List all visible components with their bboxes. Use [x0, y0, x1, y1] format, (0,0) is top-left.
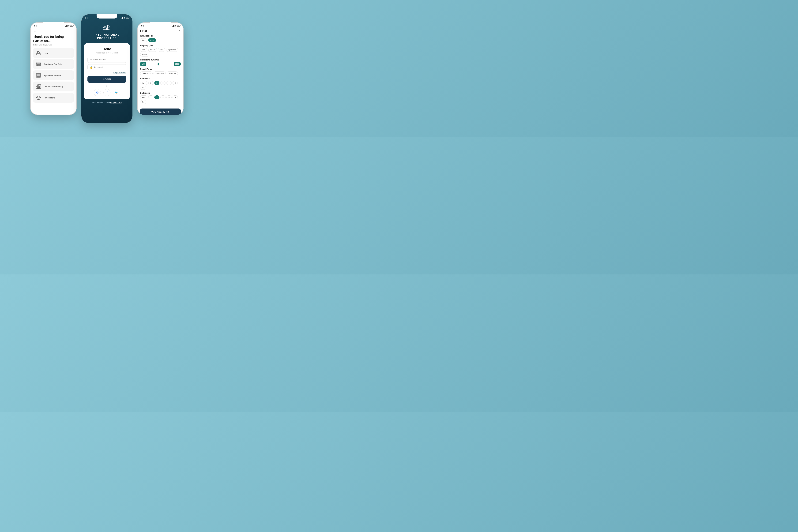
chip-house[interactable]: House [140, 53, 149, 56]
property-type-chips: Any Room Flat Apartment House [140, 48, 180, 56]
svg-rect-11 [38, 65, 39, 65]
svg-rect-29 [37, 87, 37, 87]
password-field-container[interactable]: 🔒 [88, 64, 127, 70]
svg-rect-33 [38, 98, 39, 99]
svg-rect-31 [39, 88, 40, 88]
filter-section-rental-period: Rental Period Short-term Long-term Indef… [140, 68, 180, 75]
svg-rect-34 [37, 97, 38, 98]
or-text: OR [106, 85, 108, 87]
chip-any-bath[interactable]: Any [140, 95, 147, 99]
svg-rect-9 [39, 64, 40, 64]
menu-item-commercial-property[interactable]: Commercial Property [33, 81, 74, 91]
chip-any-bed[interactable]: Any [140, 81, 147, 85]
svg-rect-16 [37, 75, 38, 75]
svg-rect-4 [38, 51, 38, 52]
chip-indefinite[interactable]: Indefinite [167, 72, 178, 75]
chip-short-term[interactable]: Short-term [140, 72, 153, 75]
rental-period-chips: Short-term Long-term Indefinite [140, 72, 180, 75]
svg-rect-12 [39, 65, 40, 65]
house-rent-icon [35, 95, 41, 101]
left-screen-content: ← Thank You for beingPart of us... Selec… [30, 28, 77, 106]
svg-marker-1 [37, 51, 40, 54]
price-range-slider[interactable] [148, 64, 172, 64]
svg-rect-7 [37, 64, 38, 64]
chip-1-bath[interactable]: 1 [148, 95, 153, 99]
menu-item-house-rent[interactable]: House Rent [33, 93, 74, 102]
svg-rect-6 [36, 63, 40, 66]
facebook-login-button[interactable]: f [103, 89, 111, 96]
price-range-title: Price Rang ($/month) [140, 59, 180, 61]
svg-rect-17 [38, 75, 39, 75]
login-button[interactable]: LOGIN [88, 76, 127, 83]
google-login-button[interactable]: G [94, 89, 101, 96]
chip-5plus-bath[interactable]: 5+ [140, 100, 146, 104]
chip-buy[interactable]: Buy [140, 38, 147, 42]
svg-rect-35 [39, 97, 40, 98]
chip-4-bed[interactable]: 4 [167, 81, 172, 85]
signal-icon-left [65, 25, 68, 27]
chip-1-bed[interactable]: 1 [148, 81, 153, 85]
chip-2-bath[interactable]: 2 [154, 95, 159, 99]
chip-3-bath[interactable]: 3 [160, 95, 166, 99]
phone-notch-right [150, 22, 171, 26]
svg-rect-20 [38, 76, 39, 76]
range-thumb[interactable] [157, 63, 160, 65]
battery-icon-center [126, 17, 129, 19]
apartment-for-sale-icon [35, 61, 41, 67]
twitter-login-button[interactable]: 🐦 [113, 89, 120, 96]
land-icon [35, 50, 41, 56]
svg-rect-0 [37, 54, 40, 55]
menu-label-commercial-property: Commercial Property [44, 86, 63, 88]
price-max-badge: 1500 [174, 62, 180, 66]
chip-flat[interactable]: Flat [158, 48, 165, 52]
chip-5plus-bed[interactable]: 5+ [140, 86, 146, 90]
chip-any-property[interactable]: Any [140, 48, 147, 52]
password-input[interactable] [94, 66, 124, 69]
svg-rect-22 [36, 74, 41, 74]
forgot-password-link[interactable]: Forgot Password? [88, 72, 127, 74]
status-icons-center: ⊙ [121, 17, 129, 19]
login-footer: Don't have an account Register Now [81, 99, 132, 107]
menu-item-apartment-rentals[interactable]: Apartment Rentals [33, 70, 74, 80]
chip-5-bed[interactable]: 5 [173, 81, 178, 85]
chip-4-bath[interactable]: 4 [167, 95, 172, 99]
svg-rect-18 [39, 75, 40, 75]
or-divider: OR [88, 85, 127, 87]
email-input[interactable] [93, 59, 124, 61]
chip-rent[interactable]: Rent [148, 38, 156, 42]
social-buttons: G f 🐦 [88, 89, 127, 96]
phone-right: 9:41 ⊖ Filter ✕ I would like to Buy [137, 22, 184, 115]
app-name: INTERNATIONALPROPERTIES [94, 33, 119, 40]
chip-long-term[interactable]: Long-term [154, 72, 166, 75]
battery-icon-right [177, 25, 180, 27]
signal-icon-right [172, 25, 174, 27]
filter-close-button[interactable]: ✕ [178, 29, 180, 33]
footer-text: Don't have an account [92, 102, 110, 104]
filter-section-property-type: Property Type Any Room Flat Apartment Ho… [140, 44, 180, 56]
menu-label-house-rent: House Rent [44, 97, 55, 99]
screen-subtitle-left: Select what do you want [33, 44, 74, 46]
signal-icon-center [121, 17, 124, 19]
screen-title-left: Thank You for beingPart of us... [33, 35, 74, 43]
price-range-control: 100 1500 [140, 62, 180, 66]
app-logo-icon [102, 23, 111, 32]
status-icons-left: ⊖ [65, 25, 73, 27]
menu-item-apartment-for-sale[interactable]: Apartment For Sale [33, 59, 74, 69]
phone-center: 9:41 ⊙ [81, 14, 132, 123]
menu-item-land[interactable]: Land [33, 48, 74, 58]
register-link[interactable]: Register Now [110, 102, 121, 104]
chip-5-bath[interactable]: 5 [173, 95, 178, 99]
email-field-container[interactable]: ✉ [88, 57, 127, 63]
menu-label-apartment-for-sale: Apartment For Sale [44, 63, 62, 65]
svg-rect-26 [39, 85, 40, 86]
chip-2-bed[interactable]: 2 [154, 81, 159, 85]
chip-room[interactable]: Room [148, 48, 157, 52]
chip-3-bed[interactable]: 3 [160, 81, 166, 85]
filter-section-iwould: I would like to Buy Rent [140, 35, 180, 42]
view-property-button[interactable]: View Property (60) [140, 109, 180, 115]
chip-apartment[interactable]: Apartment [166, 48, 178, 52]
back-button[interactable]: ← [33, 30, 74, 33]
phone-notch-left [43, 22, 64, 26]
login-card-title: Hello [88, 47, 127, 51]
phone-notch-center [97, 14, 117, 19]
